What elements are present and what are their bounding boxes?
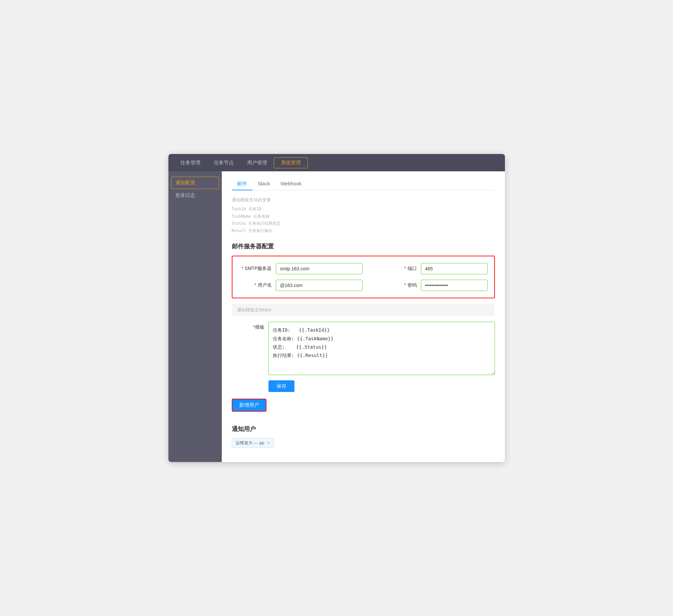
username-input[interactable] [276,280,363,291]
nav-item-task-node[interactable]: 任务节点 [207,158,240,168]
template-textarea[interactable]: 任务ID: {{.TaskId}} 任务名称: {{.TaskName}} 状态… [268,322,495,375]
password-input[interactable] [421,280,488,291]
sidebar-item-login-log[interactable]: 登录日志 [168,189,222,202]
server-config-title: 邮件服务器配置 [232,242,495,250]
template-hint: 通知模板支持html [232,304,495,316]
notify-users-title: 通知用户 [232,425,495,433]
sidebar-item-notify-config[interactable]: 通知配置 [171,177,219,189]
password-required-star: * [404,282,406,288]
variable-line-4: Result 任务执行输出 [232,227,495,235]
add-user-button[interactable]: 新增用户 [232,399,266,412]
user-tag-label-0: 运维老大 — pp [235,440,264,446]
port-required-star: * [404,266,406,271]
form-row-smtp: *SMTP服务器 *端口 [239,263,488,274]
content-area: 邮件 Slack Webhook 通知模板支持的变量 TaskId 任务ID T… [222,171,505,462]
tab-email[interactable]: 邮件 [232,178,252,190]
variables-section: 通知模板支持的变量 TaskId 任务ID TaskName 任务名称 Stat… [232,197,495,234]
app-window: 任务管理 任务节点 用户管理 系统管理 通知配置 登录日志 邮件 Slack W… [168,154,505,462]
main-layout: 通知配置 登录日志 邮件 Slack Webhook 通知模板支持的变量 Tas… [168,171,505,462]
username-required-star: * [254,282,256,288]
tabs: 邮件 Slack Webhook [232,178,495,190]
save-button[interactable]: 保存 [268,380,294,392]
variable-line-2: TaskName 任务名称 [232,213,495,220]
user-tag-0: 运维老大 — pp ✕ [232,438,274,448]
port-label: *端口 [384,266,421,272]
smtp-input[interactable] [276,263,363,274]
form-row-username: *用户名 *密码 [239,280,488,291]
username-label: *用户名 [239,282,276,288]
port-input[interactable] [421,263,488,274]
variables-title: 通知模板支持的变量 [232,197,495,203]
nav-item-system-manage[interactable]: 系统管理 [274,157,308,168]
notify-users-list: 运维老大 — pp ✕ [232,438,495,448]
tab-webhook[interactable]: Webhook [275,178,307,190]
sidebar: 通知配置 登录日志 [168,171,222,462]
server-config-form: *SMTP服务器 *端口 *用户名 [232,256,495,298]
smtp-required-star: * [241,266,243,271]
tab-slack[interactable]: Slack [252,178,275,190]
variable-line-1: TaskId 任务ID [232,206,495,213]
variable-line-3: Status 任务执行结果状态 [232,220,495,227]
close-icon-0[interactable]: ✕ [267,441,270,445]
nav-item-user-manage[interactable]: 用户管理 [240,158,274,168]
template-row: *模板 任务ID: {{.TaskId}} 任务名称: {{.TaskName}… [232,322,495,375]
template-label: *模板 [232,322,268,330]
top-nav: 任务管理 任务节点 用户管理 系统管理 [168,154,505,171]
smtp-label: *SMTP服务器 [239,266,276,272]
nav-item-task-manage[interactable]: 任务管理 [174,158,207,168]
password-label: *密码 [384,282,421,288]
